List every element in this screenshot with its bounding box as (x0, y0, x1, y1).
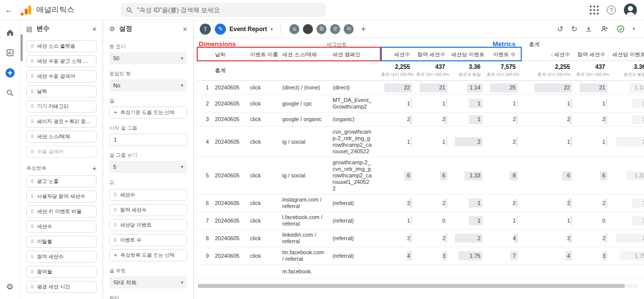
active-tab[interactable]: ✎ Event Report ▾ (215, 24, 273, 35)
drag-handle-icon[interactable]: ⠿ (31, 225, 34, 229)
table-row[interactable]: 120240605click(direct) / (none)(direct)2… (198, 81, 644, 95)
table-row[interactable]: 520240605clickig / socialgrowthcamp-2_cv… (198, 157, 644, 194)
settings-close-icon[interactable]: × (183, 25, 187, 33)
drag-handle-icon[interactable]: ⠿ (31, 89, 34, 94)
value-chip[interactable]: ⠿세션수 (109, 189, 187, 201)
metric-dropzone[interactable]: + 측정항목 드롭 또는 선택 (109, 249, 187, 261)
totals-metric-column-header[interactable]: ↓세션수 (527, 51, 575, 58)
metric-column-header[interactable]: 이벤트 수 (486, 51, 521, 58)
table-row[interactable]: 420240605clickig / socialcvn_growthcamp-… (198, 127, 644, 157)
drag-handle-icon[interactable]: ⠿ (31, 120, 34, 124)
segment-chip[interactable]: 문 (330, 24, 340, 34)
table-row[interactable]: 620240605clickinstagram.com / referral(r… (198, 194, 644, 212)
cell-type-dropdown[interactable]: 막대 차트 ▾ (109, 276, 187, 288)
share-user-icon[interactable] (600, 25, 609, 33)
totals-metric-column-header[interactable]: 세션당 이벤트 (610, 51, 644, 58)
scrollbar-thumb[interactable] (198, 284, 625, 288)
dimension-column-header[interactable]: 세션 캠페인 (332, 51, 380, 58)
saved-check-icon[interactable] (616, 25, 625, 33)
drag-handle-icon[interactable]: ⠿ (31, 150, 34, 154)
metric-chip[interactable]: ⠿광고 노출 (26, 175, 97, 187)
sort-descending-icon[interactable]: ↓ (551, 52, 553, 57)
add-tab-icon[interactable]: + (361, 24, 366, 34)
nested-rows-dropdown[interactable]: No ▾ (109, 79, 187, 91)
drag-handle-icon[interactable]: ⠿ (31, 179, 34, 184)
metric-column-header[interactable]: 세션당 이벤트 (450, 51, 486, 58)
table-row[interactable]: 720240605clickl.facebook.com / referral(… (198, 212, 644, 230)
drag-handle-icon[interactable]: ⠿ (114, 223, 117, 228)
nav-explore-icon-active[interactable] (5, 67, 16, 78)
drag-handle-icon[interactable]: ⠿ (31, 44, 34, 49)
dimension-search-chip[interactable]: ⠿수동 검색어 (26, 146, 97, 158)
nav-home-icon[interactable] (5, 27, 16, 38)
metric-column-header[interactable]: 세션수 (380, 51, 415, 58)
value-chip[interactable]: ⠿세션당 이벤트 (109, 219, 187, 231)
metric-chip[interactable]: ⠿세션 키 이벤트 비율 (26, 206, 97, 218)
dimension-column-header[interactable]: 세션 소스/매체 (281, 51, 332, 58)
dimension-chip[interactable]: ⠿세션 소스 플랫폼 (26, 40, 97, 52)
horizontal-scrollbar[interactable] (198, 284, 638, 288)
metric-chip[interactable]: ⠿평균 세션 시간 (26, 281, 97, 293)
drag-handle-icon[interactable]: ⠿ (31, 135, 34, 139)
start-col-group-input[interactable] (114, 137, 183, 143)
table-row[interactable]: 220240605clickgoogle / cpcMT_DA_Event_Gr… (198, 95, 644, 113)
download-icon[interactable] (585, 25, 593, 33)
nav-advertising-icon[interactable] (5, 87, 16, 98)
tab-caret-icon[interactable]: ▾ (271, 27, 273, 32)
table-row[interactable]: 820240605clicklinkedin.com / referral(re… (198, 230, 644, 247)
totals-metric-column-header[interactable]: 참여 세션수 (575, 51, 610, 58)
drag-handle-icon[interactable]: ⠿ (31, 255, 34, 259)
nav-reports-icon[interactable] (5, 47, 16, 58)
segment-chip[interactable]: S (289, 24, 299, 34)
column-dimension-dropzone[interactable]: + 측정기준 드롭 또는 선택 (109, 107, 187, 119)
avatar[interactable] (624, 4, 637, 17)
row-display-dropdown[interactable]: 50 ▾ (109, 52, 187, 64)
tab-chip-t[interactable]: T (200, 24, 211, 35)
variables-close-icon[interactable]: × (92, 25, 97, 33)
drag-handle-icon[interactable]: ⠿ (31, 74, 34, 79)
undo-icon[interactable]: ↺ (557, 25, 564, 33)
start-col-group-field[interactable] (109, 134, 187, 146)
admin-gear-icon[interactable]: ⚙ (5, 281, 16, 292)
metric-chip[interactable]: ⠿사용자당 참여 세션수 (26, 190, 97, 203)
drag-handle-icon[interactable]: ⠿ (31, 194, 34, 199)
drag-handle-icon[interactable]: ⠿ (114, 193, 117, 197)
redo-icon[interactable]: ↻ (571, 25, 578, 33)
segment-chip[interactable]: 참 (316, 24, 327, 34)
metric-column-header[interactable]: 참여 세션수 (415, 51, 450, 58)
drag-handle-icon[interactable]: ⠿ (31, 59, 34, 64)
dimension-chip[interactable]: ⠿날짜 (26, 85, 97, 97)
dimension-chip[interactable]: ⠿세션 수동 검색어 (26, 70, 97, 82)
help-icon[interactable]: ? (607, 6, 616, 15)
drag-handle-icon[interactable]: ⠿ (31, 270, 34, 274)
drag-handle-icon[interactable]: ⠿ (31, 210, 34, 214)
apps-grid-icon[interactable] (590, 6, 599, 15)
dimension-chip[interactable]: ⠿기기 카테고리 (26, 101, 97, 113)
show-col-groups-dropdown[interactable]: 5 ▾ (109, 161, 187, 173)
table-row[interactable]: m.facebook. (198, 265, 644, 279)
global-search-box[interactable] (121, 3, 326, 17)
search-input[interactable] (137, 7, 321, 14)
drag-handle-icon[interactable]: ⠿ (114, 208, 117, 213)
back-arrow-icon[interactable]: ← (0, 6, 18, 15)
dimension-chip[interactable]: ⠿페이지 경로 + 쿼리 문자열 (26, 116, 97, 128)
metric-chip[interactable]: ⠿참여율 (26, 266, 97, 278)
dimension-column-header[interactable]: 이벤트 이름 (249, 51, 281, 58)
dimension-chip[interactable]: ⠿세션 수동 광고 소재 형식 (26, 55, 97, 67)
table-row[interactable]: 920240605clicklm.facebook.com / referral… (198, 247, 644, 265)
metric-chip[interactable]: ⠿세션수 (26, 221, 97, 233)
dimension-column-header[interactable]: 날짜 (214, 51, 249, 58)
add-metric-icon[interactable]: + (92, 164, 97, 172)
dimension-chip[interactable]: ⠿세션 소스/매체 (26, 131, 97, 143)
drag-handle-icon[interactable]: ⠿ (114, 238, 117, 243)
metric-chip[interactable]: ⠿이탈률 (26, 236, 97, 248)
value-chip[interactable]: ⠿참여 세션수 (109, 204, 187, 216)
grand-total-row[interactable]: 총계2,255총계 대비 100.0%437총계 대비 100.0%3.36평균… (198, 61, 644, 81)
drag-handle-icon[interactable]: ⠿ (31, 240, 34, 244)
segment-chip[interactable] (303, 24, 313, 34)
drag-handle-icon[interactable]: ⠿ (31, 105, 34, 109)
segment-chip[interactable]: 차 (344, 24, 354, 34)
drag-handle-icon[interactable]: ⠿ (31, 285, 34, 289)
save-menu-caret-icon[interactable]: ▾ (632, 27, 635, 31)
variables-scrollbar[interactable] (21, 34, 23, 61)
